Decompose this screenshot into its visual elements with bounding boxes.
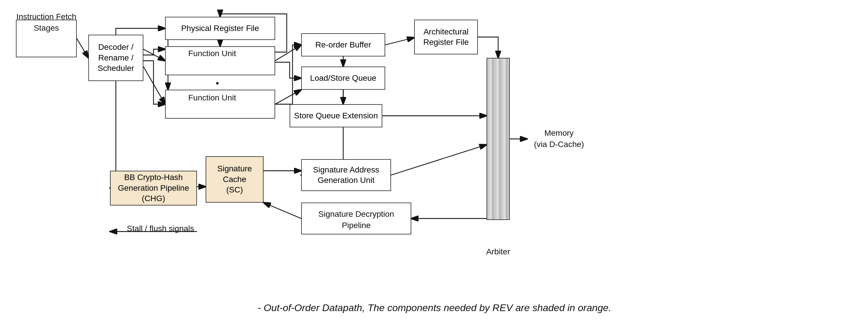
sig-cache-label: SignatureCache(SC) xyxy=(217,164,252,195)
caption: - Out-of-Order Datapath, The components … xyxy=(58,302,811,314)
sig-addr-gen-box: Signature AddressGeneration Unit xyxy=(301,159,391,191)
func-unit-2-label: Function Unit xyxy=(188,92,236,103)
instruction-fetch-label: Instruction Fetch Stages xyxy=(16,11,77,34)
phys-reg-file-box: Physical Register File xyxy=(165,17,275,40)
store-queue-label: Store Queue Extension xyxy=(294,110,378,121)
diagram-container: Instruction Fetch Stages Decoder /Rename… xyxy=(0,0,868,325)
arbiter-label: Arbiter xyxy=(481,246,516,257)
svg-line-4 xyxy=(275,45,301,61)
svg-line-5 xyxy=(275,90,301,104)
load-store-box: Load/Store Queue xyxy=(301,67,385,90)
svg-line-14 xyxy=(264,203,301,219)
arch-reg-label: ArchitecturalRegister File xyxy=(423,27,469,48)
load-store-label: Load/Store Queue xyxy=(310,73,376,83)
bb-crypto-hash-box: BB Crypto-HashGeneration Pipeline (CHG) xyxy=(110,171,197,205)
decoder-label: Decoder /Rename /Scheduler xyxy=(98,42,134,73)
sig-addr-gen-label: Signature AddressGeneration Unit xyxy=(313,165,379,186)
sig-cache-box: SignatureCache(SC) xyxy=(206,156,264,203)
phys-reg-label: Physical Register File xyxy=(181,23,259,34)
svg-line-6 xyxy=(385,38,414,45)
sig-decrypt-label: Signature DecryptionPipeline xyxy=(307,208,405,231)
reorder-label: Re-order Buffer xyxy=(315,40,371,50)
store-queue-ext-box: Store Queue Extension xyxy=(290,104,382,127)
arch-reg-box: ArchitecturalRegister File xyxy=(414,20,478,55)
decoder-box: Decoder /Rename /Scheduler xyxy=(88,35,143,81)
svg-line-2 xyxy=(77,38,88,58)
stall-flush-label: Stall / flush signals xyxy=(113,223,194,234)
svg-line-11 xyxy=(391,145,487,175)
func-unit-1-label: Function Unit xyxy=(188,48,236,59)
memory-label: Memory(via D-Cache) xyxy=(527,127,591,150)
reorder-buffer-box: Re-order Buffer xyxy=(301,33,385,57)
bb-crypto-label: BB Crypto-HashGeneration Pipeline (CHG) xyxy=(113,172,194,204)
arbiter-box xyxy=(487,58,510,220)
